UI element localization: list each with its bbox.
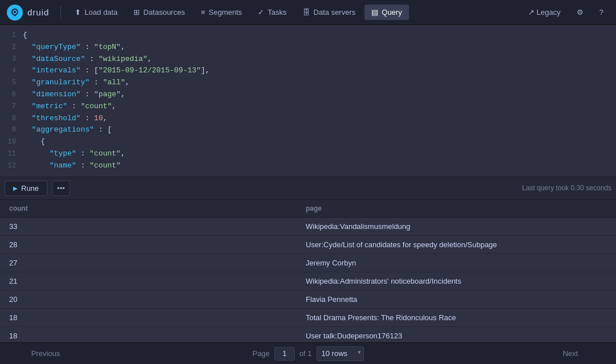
page-input[interactable] [274, 347, 295, 361]
legacy-icon: ↗ [528, 8, 534, 17]
load-data-icon: ⬆ [75, 8, 81, 17]
cell-count: 20 [0, 290, 297, 308]
nav-right: ↗ Legacy ⚙ ? [522, 5, 609, 19]
code-line-5: 5 "granularity" : "all", [0, 77, 616, 89]
cell-count: 21 [0, 272, 297, 290]
rows-select[interactable]: 10 rows 25 rows 50 rows 100 rows [317, 346, 364, 361]
settings-button[interactable]: ⚙ [571, 5, 589, 19]
code-line-2: 2 "queryType" : "topN", [0, 42, 616, 54]
code-line-1: 1 { [0, 30, 616, 42]
cell-count: 27 [0, 253, 297, 272]
cell-page: Wikipedia:Administrators' noticeboard/In… [297, 272, 616, 290]
nav-datasources[interactable]: ⊞ Datasources [127, 5, 192, 20]
next-button[interactable]: Next [525, 343, 616, 365]
nav-segments[interactable]: ≡ Segments [194, 5, 249, 20]
previous-button[interactable]: Previous [0, 343, 91, 365]
cell-page: Jeremy Corbyn [297, 253, 616, 272]
tasks-icon: ✓ [258, 8, 264, 17]
query-icon: ▤ [371, 8, 378, 17]
table-header-row: count page [0, 200, 616, 218]
code-line-9: 9 "aggregations" : [ [0, 124, 616, 136]
cell-page: User:Cyde/List of candidates for speedy … [297, 235, 616, 253]
page-label: Page [252, 349, 269, 358]
code-line-3: 3 "dataSource" : "wikipedia", [0, 54, 616, 66]
table-row: 18 User talk:Dudeperson176123 [0, 326, 616, 342]
results-table: count page 33 Wikipedia:Vandalismusmeldu… [0, 200, 616, 342]
cell-count: 28 [0, 235, 297, 253]
pagination: Previous Page of 1 10 rows 25 rows 50 ro… [0, 342, 616, 364]
query-time: Last query took 0.30 seconds [522, 184, 611, 192]
code-line-11: 11 "type" : "count", [0, 148, 616, 160]
druid-logo-icon [7, 5, 23, 21]
table-row: 28 User:Cyde/List of candidates for spee… [0, 235, 616, 253]
code-line-12: 12 "name" : "count" [0, 160, 616, 172]
cell-page: Wikipedia:Vandalismusmeldung [297, 217, 616, 235]
run-button[interactable]: ▶ Rune [5, 181, 47, 196]
svg-point-0 [14, 11, 16, 13]
cell-page: Total Drama Presents: The Ridonculous Ra… [297, 308, 616, 326]
cell-count: 18 [0, 326, 297, 342]
cell-count: 18 [0, 308, 297, 326]
segments-icon: ≡ [201, 8, 205, 17]
editor-toolbar: ▶ Rune ••• Last query took 0.30 seconds [0, 177, 616, 199]
main-content: 1 { 2 "queryType" : "topN", 3 "dataSourc… [0, 25, 616, 364]
table-row: 27 Jeremy Corbyn [0, 253, 616, 272]
table-row: 21 Wikipedia:Administrators' noticeboard… [0, 272, 616, 290]
nav-divider [60, 6, 61, 19]
help-button[interactable]: ? [594, 5, 609, 19]
nav-load-data[interactable]: ⬆ Load data [68, 5, 124, 20]
col-header-page: page [297, 200, 616, 218]
of-label: of 1 [299, 349, 312, 358]
table-row: 33 Wikipedia:Vandalismusmeldung [0, 217, 616, 235]
cell-count: 33 [0, 217, 297, 235]
code-line-8: 8 "threshold" : 10, [0, 113, 616, 125]
nav-query[interactable]: ▤ Query [364, 5, 408, 20]
rows-select-wrap: 10 rows 25 rows 50 rows 100 rows [317, 346, 364, 361]
data-servers-icon: 🗄 [303, 8, 310, 17]
code-editor[interactable]: 1 { 2 "queryType" : "topN", 3 "dataSourc… [0, 25, 616, 177]
table-row: 18 Total Drama Presents: The Ridonculous… [0, 308, 616, 326]
play-icon: ▶ [13, 185, 18, 191]
table-body: 33 Wikipedia:Vandalismusmeldung 28 User:… [0, 217, 616, 342]
cell-page: Flavia Pennetta [297, 290, 616, 308]
editor-area: 1 { 2 "queryType" : "topN", 3 "dataSourc… [0, 25, 616, 200]
code-line-4: 4 "intervals" : ["2015-09-12/2015-09-13"… [0, 65, 616, 77]
table-row: 20 Flavia Pennetta [0, 290, 616, 308]
results-area: count page 33 Wikipedia:Vandalismusmeldu… [0, 200, 616, 342]
nav-data-servers[interactable]: 🗄 Data servers [296, 5, 363, 20]
col-header-count: count [0, 200, 297, 218]
top-nav: druid ⬆ Load data ⊞ Datasources ≡ Segmen… [0, 0, 616, 25]
nav-tasks[interactable]: ✓ Tasks [251, 5, 293, 20]
legacy-button[interactable]: ↗ Legacy [522, 5, 566, 19]
question-icon: ? [599, 8, 603, 17]
logo-area: druid [7, 5, 49, 21]
logo-text: druid [27, 7, 49, 17]
more-options-button[interactable]: ••• [52, 181, 70, 196]
code-line-7: 7 "metric" : "count", [0, 101, 616, 113]
cell-page: User talk:Dudeperson176123 [297, 326, 616, 342]
code-line-10: 10 { [0, 136, 616, 148]
code-line-6: 6 "dimension" : "page", [0, 89, 616, 101]
datasources-icon: ⊞ [133, 8, 140, 17]
gear-icon: ⚙ [577, 8, 583, 17]
page-center: Page of 1 10 rows 25 rows 50 rows 100 ro… [252, 346, 363, 361]
